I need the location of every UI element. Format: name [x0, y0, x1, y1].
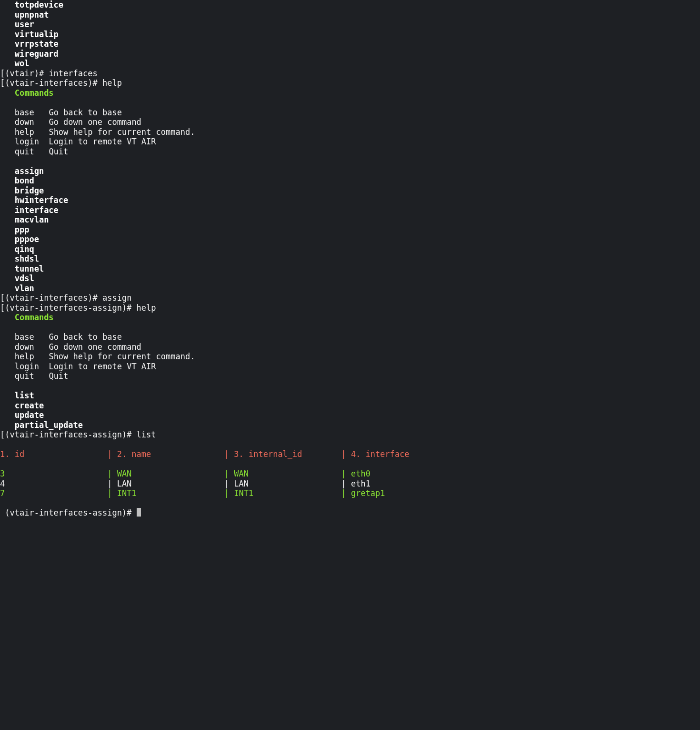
word-list-item: virtualip	[0, 30, 59, 39]
subcommand-item: ppp	[0, 225, 29, 234]
subcommand-item: qinq	[0, 244, 34, 254]
subcommand-item: assign	[0, 166, 44, 176]
word-list-item: user	[0, 20, 34, 29]
subcommand-item: interface	[0, 205, 59, 215]
word-list-item: vrrpstate	[0, 39, 59, 49]
subcommand-item: pppoe	[0, 234, 39, 244]
table-row: 3| WAN| WAN| eth0	[0, 469, 370, 478]
table-row: 4| LAN| LAN| eth1	[0, 479, 370, 488]
commands-heading: Commands	[0, 313, 54, 322]
help-row: down Go down one command	[0, 342, 141, 352]
prompt-line: [(vtair-interfaces)# assign	[0, 293, 131, 303]
subcommand-item: vdsl	[0, 274, 34, 283]
subcommand-item: vlan	[0, 284, 34, 293]
prompt-line: [(vtair)# interfaces	[0, 69, 98, 78]
help-row: help Show help for current command.	[0, 127, 195, 137]
subcommand-item: tunnel	[0, 264, 44, 274]
word-list-item: wireguard	[0, 49, 59, 59]
subcommand-item: bridge	[0, 186, 44, 195]
cursor-icon	[137, 508, 141, 517]
help-row: down Go down one command	[0, 117, 141, 127]
subcommand-item: macvlan	[0, 215, 49, 224]
prompt-line: [(vtair-interfaces)# help	[0, 78, 122, 88]
word-list-item: wol	[0, 59, 29, 68]
help-row: help Show help for current command.	[0, 352, 195, 361]
subcommand-item: list	[0, 391, 34, 400]
subcommand-item: partial_update	[0, 420, 83, 430]
subcommand-item: create	[0, 401, 44, 410]
subcommand-item: hwinterface	[0, 195, 68, 205]
subcommand-item: shdsl	[0, 254, 39, 264]
help-row: login Login to remote VT AIR	[0, 362, 156, 371]
help-row: login Login to remote VT AIR	[0, 137, 156, 146]
help-row: base Go back to base	[0, 332, 122, 342]
subcommand-item: update	[0, 410, 44, 420]
word-list-item: upnpnat	[0, 10, 49, 20]
prompt-line: [(vtair-interfaces-assign)# list	[0, 430, 156, 439]
terminal-output: totpdevice upnpnat user virtualip vrrpst…	[0, 0, 700, 518]
active-prompt[interactable]: (vtair-interfaces-assign)#	[0, 508, 141, 517]
help-row: quit Quit	[0, 371, 68, 381]
table-header-row: 1. id| 2. name| 3. internal_id| 4. inter…	[0, 449, 410, 459]
prompt-line: [(vtair-interfaces-assign)# help	[0, 303, 156, 313]
word-list-item: totpdevice	[0, 0, 63, 10]
table-row: 7| INT1| INT1| gretap1	[0, 488, 385, 498]
help-row: quit Quit	[0, 147, 68, 156]
subcommand-item: bond	[0, 176, 34, 185]
commands-heading: Commands	[0, 88, 54, 98]
help-row: base Go back to base	[0, 108, 122, 117]
